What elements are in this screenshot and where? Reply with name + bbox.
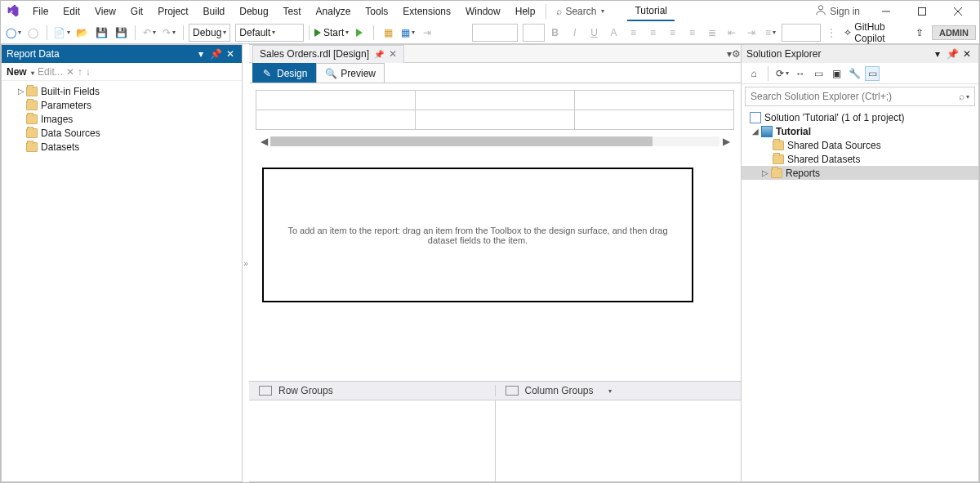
italic-button[interactable]: I: [566, 24, 584, 42]
sln-collapse-button[interactable]: ▭: [811, 66, 826, 81]
sln-sync-button[interactable]: ↔: [793, 66, 808, 81]
pin-icon[interactable]: 📌: [374, 50, 384, 59]
gear-icon[interactable]: ⚙: [732, 48, 741, 60]
menu-project[interactable]: Project: [150, 2, 195, 20]
close-icon[interactable]: ✕: [960, 47, 973, 60]
panel-menu-button[interactable]: ▾: [931, 47, 944, 60]
misc-a-button[interactable]: ⋮: [822, 24, 840, 42]
scroll-track[interactable]: [270, 136, 719, 146]
tab-design[interactable]: ✎ Design: [252, 63, 316, 83]
chevron-down-icon[interactable]: ▾: [608, 387, 612, 395]
close-icon[interactable]: ✕: [389, 48, 397, 60]
underline-button[interactable]: U: [586, 24, 604, 42]
text-align-justify-button[interactable]: ≡: [684, 24, 702, 42]
horizontal-scrollbar[interactable]: ◀ ▶: [256, 135, 734, 148]
minimize-button[interactable]: [870, 1, 902, 21]
sln-preview-button[interactable]: ▭: [865, 66, 880, 81]
save-button[interactable]: 💾: [92, 24, 110, 42]
sln-showall-button[interactable]: ▣: [829, 66, 844, 81]
tree-node-parameters[interactable]: Parameters: [2, 98, 242, 112]
indent-button[interactable]: ⇥: [418, 24, 436, 42]
layout-b-button[interactable]: ▦▾: [399, 24, 416, 42]
row-groups-pane[interactable]: [249, 400, 495, 481]
project-icon: [761, 126, 773, 137]
menu-file[interactable]: File: [25, 2, 56, 20]
text-align-right-button[interactable]: ≡: [664, 24, 682, 42]
tree-node-builtin-fields[interactable]: ▷Built-in Fields: [2, 84, 242, 98]
column-groups-pane[interactable]: [495, 400, 742, 481]
sln-home-button[interactable]: ⌂: [746, 66, 761, 81]
folder-shared-datasets[interactable]: Shared Datasets: [742, 152, 978, 166]
titlebar-project-label[interactable]: Tutorial: [627, 2, 675, 21]
solution-search-input[interactable]: Search Solution Explorer (Ctrl+;) ⌕▾: [745, 87, 975, 106]
vertical-tab-handle[interactable]: »: [243, 44, 249, 482]
solution-root-node[interactable]: Solution 'Tutorial' (1 of 1 project): [742, 110, 978, 124]
titlebar-search[interactable]: ⌕ Search ▾: [550, 4, 611, 19]
menu-extensions[interactable]: Extensions: [395, 2, 458, 20]
text-align-center-button[interactable]: ≡: [644, 24, 662, 42]
tree-node-datasets[interactable]: Datasets: [2, 140, 242, 154]
sln-refresh-button[interactable]: ⟳▾: [775, 66, 790, 81]
report-data-new-button[interactable]: New ▾: [7, 66, 34, 78]
tab-preview[interactable]: 🔍 Preview: [316, 63, 385, 83]
menu-help[interactable]: Help: [508, 2, 543, 20]
header-grid[interactable]: [256, 90, 734, 130]
line-spacing-button[interactable]: ≡▾: [762, 24, 780, 42]
maximize-button[interactable]: [906, 1, 938, 21]
solution-icon: [750, 112, 761, 123]
undo-button[interactable]: ↶▾: [140, 24, 158, 42]
close-button[interactable]: [942, 1, 974, 21]
nav-back-button[interactable]: ◯▾: [4, 24, 22, 42]
menu-window[interactable]: Window: [458, 2, 508, 20]
menu-test[interactable]: Test: [276, 2, 309, 20]
delete-icon[interactable]: ✕: [66, 66, 74, 78]
project-node[interactable]: ◢ Tutorial: [742, 124, 978, 138]
panel-menu-button[interactable]: ▾: [194, 47, 207, 60]
tree-node-images[interactable]: Images: [2, 112, 242, 126]
bold-button[interactable]: B: [546, 24, 564, 42]
style-dropdown[interactable]: [782, 24, 821, 42]
font-color-button[interactable]: A: [605, 24, 623, 42]
layout-a-button[interactable]: ▦: [379, 24, 397, 42]
indent-right-button[interactable]: ⇥: [742, 24, 760, 42]
menu-analyze[interactable]: Analyze: [309, 2, 359, 20]
font-family-dropdown[interactable]: [472, 24, 518, 42]
save-all-button[interactable]: 💾: [112, 24, 130, 42]
sign-in-button[interactable]: Sign in: [808, 2, 866, 20]
menu-tools[interactable]: Tools: [358, 2, 395, 20]
close-icon[interactable]: ✕: [224, 47, 237, 60]
folder-reports[interactable]: ▷ Reports: [742, 166, 978, 180]
menu-git[interactable]: Git: [123, 2, 150, 20]
move-down-icon[interactable]: ↓: [86, 66, 91, 78]
scroll-right-icon[interactable]: ▶: [721, 136, 731, 146]
scroll-thumb[interactable]: [270, 136, 653, 146]
scroll-left-icon[interactable]: ◀: [259, 136, 269, 146]
report-design-surface[interactable]: To add an item to the report: drag an it…: [262, 168, 693, 302]
document-tab[interactable]: Sales Orders.rdl [Design] 📌 ✕: [252, 45, 404, 63]
indent-left-button[interactable]: ⇤: [723, 24, 741, 42]
list-button[interactable]: ≣: [703, 24, 721, 42]
copilot-button[interactable]: ✧ GitHub Copilot: [842, 24, 907, 42]
report-data-edit-button[interactable]: Edit...: [38, 66, 63, 78]
new-project-button[interactable]: 📄▾: [52, 24, 71, 42]
platform-dropdown[interactable]: Default▾: [235, 24, 303, 42]
menu-view[interactable]: View: [87, 2, 123, 20]
menu-edit[interactable]: Edit: [56, 2, 87, 20]
share-button[interactable]: ⇪: [911, 24, 929, 42]
font-size-dropdown[interactable]: [523, 24, 544, 42]
config-dropdown[interactable]: Debug▾: [189, 24, 230, 42]
move-up-icon[interactable]: ↑: [78, 66, 82, 78]
text-align-left-button[interactable]: ≡: [625, 24, 643, 42]
menu-debug[interactable]: Debug: [232, 2, 275, 20]
open-file-button[interactable]: 📂: [73, 24, 91, 42]
start-debug-button[interactable]: Start▾: [314, 24, 349, 42]
tree-node-data-sources[interactable]: Data Sources: [2, 126, 242, 140]
menu-build[interactable]: Build: [196, 2, 233, 20]
nav-forward-button[interactable]: ◯: [24, 24, 42, 42]
folder-shared-data-sources[interactable]: Shared Data Sources: [742, 138, 978, 152]
start-no-debug-button[interactable]: [350, 24, 368, 42]
sln-properties-button[interactable]: 🔧: [847, 66, 862, 81]
redo-button[interactable]: ↷▾: [160, 24, 178, 42]
pin-icon[interactable]: 📌: [209, 47, 222, 60]
pin-icon[interactable]: 📌: [946, 47, 959, 60]
